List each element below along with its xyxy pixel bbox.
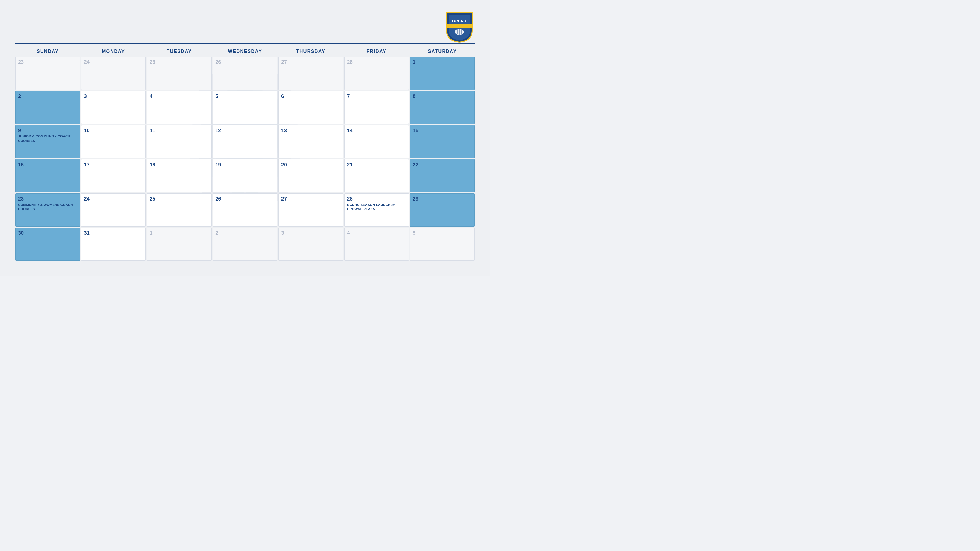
day-header-sunday: SUNDAY [15, 47, 80, 56]
calendar-cell-w0-d0: 23 [15, 57, 80, 90]
day-header-tuesday: TUESDAY [147, 47, 212, 56]
day-header-wednesday: WEDNESDAY [213, 47, 277, 56]
svg-rect-5 [447, 24, 472, 28]
calendar-week-2: 9JUNIOR & COMMUNITY COACH COURSES1011121… [15, 125, 475, 158]
svg-text:GCDRU: GCDRU [452, 19, 466, 23]
calendar-cell-w4-d1: 24 [81, 193, 146, 227]
calendar-cell-w5-d4: 3 [278, 227, 343, 261]
cell-number: 13 [281, 127, 340, 133]
calendar-cell-w3-d6: 22 [410, 159, 475, 192]
calendar-cell-w0-d5: 28 [344, 57, 409, 90]
cell-number: 26 [215, 196, 275, 202]
cell-number: 24 [84, 59, 143, 65]
calendar-cell-w0-d6: 1 [410, 57, 475, 90]
calendar-cell-w1-d6: 8 [410, 91, 475, 124]
calendar-cell-w2-d3: 12 [213, 125, 277, 158]
calendar-cell-w3-d5: 21 [344, 159, 409, 192]
day-headers: SUNDAYMONDAYTUESDAYWEDNESDAYTHURSDAYFRID… [15, 47, 475, 56]
cell-event: JUNIOR & COMMUNITY COACH COURSES [18, 135, 77, 143]
calendar-cell-w2-d4: 13 [278, 125, 343, 158]
day-header-friday: FRIDAY [344, 47, 409, 56]
calendar-cell-w2-d5: 14 [344, 125, 409, 158]
calendar-cell-w0-d4: 27 [278, 57, 343, 90]
cell-number: 4 [150, 93, 209, 99]
calendar-cell-w2-d1: 10 [81, 125, 146, 158]
calendar-cell-w5-d6: 5 [410, 227, 475, 261]
calendar-cell-w0-d1: 24 [81, 57, 146, 90]
cell-number: 19 [215, 162, 275, 168]
cell-event: GCDRU SEASON LAUNCH @ CROWNE PLAZA [347, 203, 406, 211]
cell-number: 2 [18, 93, 77, 99]
header-divider [15, 43, 475, 44]
calendar-cell-w1-d2: 4 [147, 91, 212, 124]
calendar-week-0: 2324252627281 [15, 57, 475, 90]
calendar-cell-w5-d5: 4 [344, 227, 409, 261]
calendar-cell-w2-d0: 9JUNIOR & COMMUNITY COACH COURSES [15, 125, 80, 158]
calendar-cell-w3-d3: 19 [213, 159, 277, 192]
cell-number: 27 [281, 59, 340, 65]
calendar-cell-w1-d1: 3 [81, 91, 146, 124]
gcdru-logo: GCDRU [444, 10, 475, 43]
cell-number: 25 [150, 196, 209, 202]
calendar-cell-w5-d1: 31 [81, 227, 146, 261]
day-header-thursday: THURSDAY [278, 47, 343, 56]
cell-number: 1 [413, 59, 472, 65]
cell-number: 23 [18, 59, 77, 65]
calendar-cell-w1-d5: 7 [344, 91, 409, 124]
calendar-week-1: 2345678 [15, 91, 475, 124]
cell-number: 24 [84, 196, 143, 202]
cell-number: 4 [347, 230, 406, 236]
cell-number: 9 [18, 127, 77, 133]
calendar-cell-w1-d4: 6 [278, 91, 343, 124]
cell-number: 21 [347, 162, 406, 168]
cell-number: 12 [215, 127, 275, 133]
calendar-cell-w1-d3: 5 [213, 91, 277, 124]
calendar-grid: 232425262728123456789JUNIOR & COMMUNITY … [15, 57, 475, 261]
cell-number: 28 [347, 59, 406, 65]
cell-number: 28 [347, 196, 406, 202]
cell-number: 15 [413, 127, 472, 133]
cell-number: 18 [150, 162, 209, 168]
cell-number: 6 [281, 93, 340, 99]
calendar-cell-w4-d6: 29 [410, 193, 475, 227]
cell-event: COMMUNITY & WOMENS COACH COURSES [18, 203, 77, 211]
calendar-cell-w5-d3: 2 [213, 227, 277, 261]
calendar-cell-w3-d2: 18 [147, 159, 212, 192]
day-header-monday: MONDAY [81, 47, 146, 56]
cell-number: 2 [215, 230, 275, 236]
calendar-cell-w1-d0: 2 [15, 91, 80, 124]
calendar-cell-w4-d2: 25 [147, 193, 212, 227]
calendar-cell-w2-d2: 11 [147, 125, 212, 158]
cell-number: 5 [413, 230, 472, 236]
calendar-cell-w5-d0: 30 [15, 227, 80, 261]
cell-number: 10 [84, 127, 143, 133]
page-container: GCDRU SUNDAYMONDAYTUESDAYWEDNESDAYTHURSD… [0, 0, 490, 275]
cell-number: 11 [150, 127, 209, 133]
calendar-week-4: 23COMMUNITY & WOMENS COACH COURSES242526… [15, 193, 475, 227]
calendar-cell-w3-d1: 17 [81, 159, 146, 192]
cell-number: 30 [18, 230, 77, 236]
cell-number: 16 [18, 162, 77, 168]
calendar: SUNDAYMONDAYTUESDAYWEDNESDAYTHURSDAYFRID… [15, 47, 475, 261]
calendar-cell-w4-d5: 28GCDRU SEASON LAUNCH @ CROWNE PLAZA [344, 193, 409, 227]
calendar-cell-w4-d3: 26 [213, 193, 277, 227]
cell-number: 1 [150, 230, 209, 236]
cell-number: 8 [413, 93, 472, 99]
cell-number: 25 [150, 59, 209, 65]
day-header-saturday: SATURDAY [410, 47, 475, 56]
cell-number: 14 [347, 127, 406, 133]
calendar-cell-w0-d3: 26 [213, 57, 277, 90]
calendar-cell-w5-d2: 1 [147, 227, 212, 261]
calendar-cell-w2-d6: 15 [410, 125, 475, 158]
calendar-cell-w0-d2: 25 [147, 57, 212, 90]
cell-number: 29 [413, 196, 472, 202]
cell-number: 17 [84, 162, 143, 168]
calendar-week-5: 303112345 [15, 227, 475, 261]
header: GCDRU [15, 10, 475, 41]
cell-number: 5 [215, 93, 275, 99]
logo-container: GCDRU [444, 10, 475, 41]
cell-number: 20 [281, 162, 340, 168]
calendar-cell-w4-d4: 27 [278, 193, 343, 227]
cell-number: 7 [347, 93, 406, 99]
cell-number: 3 [84, 93, 143, 99]
